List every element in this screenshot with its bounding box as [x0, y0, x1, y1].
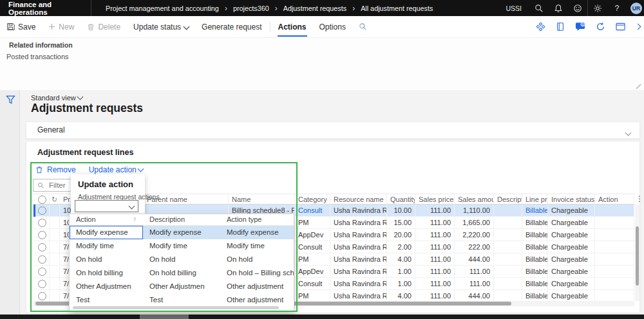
save-button[interactable]: Save [0, 16, 42, 37]
row-radio[interactable] [38, 231, 46, 239]
dropdown-option[interactable]: Test Test Other adjustment [70, 293, 294, 307]
update-status-button[interactable]: Update status [127, 16, 195, 37]
update-action-menu-button[interactable]: Update action [89, 165, 143, 174]
cell-line-property[interactable]: Billable [522, 290, 548, 301]
row-radio[interactable] [38, 243, 46, 251]
select-all-checkbox[interactable] [33, 194, 50, 204]
cell-sales-price: 111.00 [415, 290, 455, 301]
book-icon[interactable] [556, 22, 565, 32]
section-general[interactable]: General [26, 122, 640, 139]
tab-options[interactable]: Options [313, 16, 352, 37]
row-radio[interactable] [38, 292, 46, 300]
posted-transactions-link[interactable]: Posted transactions [6, 53, 69, 60]
avatar[interactable]: UR [630, 3, 642, 14]
cell-category[interactable]: AppDev [295, 229, 330, 241]
breadcrumb-page[interactable]: Adjustment requests [283, 5, 346, 12]
filter-funnel-icon[interactable] [6, 95, 15, 104]
dropdown-option[interactable]: On hold billing On hold billing On hold … [70, 266, 294, 280]
apps-grid-icon[interactable] [536, 22, 545, 32]
cell-invoice-status: Chargeable [548, 278, 595, 290]
view-selector[interactable]: Standard view [31, 94, 82, 102]
combobox-input[interactable] [75, 202, 129, 211]
cell-invoice-status: Chargeable [548, 229, 595, 241]
resize-grip[interactable] [631, 79, 641, 89]
flyout-title: Update action [78, 179, 133, 189]
cell-quantity: 4.00 [387, 290, 415, 301]
app-title[interactable]: Finance and Operations [0, 1, 91, 16]
col-line-property[interactable]: Line prope... [522, 194, 548, 204]
col-invoice-status[interactable]: Invoice status [548, 194, 595, 204]
tab-actions[interactable]: Actions [272, 16, 313, 37]
row-select [33, 205, 50, 217]
cell-line-property[interactable]: Billable [522, 266, 548, 278]
cell-action [595, 278, 634, 290]
environment-label[interactable]: USSI [506, 5, 522, 12]
dropdown-col-action-type[interactable]: Action type [220, 214, 294, 225]
chevron-down-icon[interactable] [625, 130, 632, 136]
cell-line-property[interactable]: Billable [522, 217, 548, 229]
lines-toolbar: Remove Update action [35, 165, 143, 174]
related-information-pane: Related information Posted transactions [0, 37, 644, 91]
save-icon [6, 23, 15, 31]
cell-line-property[interactable]: Billable [522, 278, 548, 290]
cell-invoice-status: Chargeable [548, 253, 595, 266]
dropdown-horizontal-scrollbar[interactable] [73, 306, 279, 309]
breadcrumb-area[interactable]: projects360 [233, 5, 269, 12]
cell-quantity: 1.00 [387, 278, 415, 290]
col-sales-amount[interactable]: Sales amount [455, 194, 494, 204]
cell-category[interactable]: PM [295, 290, 330, 301]
adjustment-request-actions-combobox[interactable] [75, 200, 138, 212]
remove-button[interactable]: Remove [47, 165, 76, 174]
row-radio[interactable] [38, 268, 46, 276]
cell-invoice-status: Chargeable [548, 266, 595, 278]
dropdown-option[interactable]: Modify expense Modify expense Modify exp… [70, 226, 294, 239]
row-radio[interactable] [38, 255, 46, 264]
col-category[interactable]: Category [295, 194, 330, 204]
help-icon[interactable]: ? [607, 0, 627, 16]
new-button[interactable]: New [42, 16, 80, 37]
vertical-scrollbar[interactable] [635, 205, 639, 301]
feedback-smiley-icon[interactable] [568, 0, 587, 16]
refresh-icon[interactable] [596, 22, 605, 32]
col-description[interactable]: Description [494, 194, 522, 204]
collapse-chevron-icon[interactable] [635, 24, 641, 30]
col-name[interactable]: Name [229, 194, 295, 204]
cell-line-property[interactable]: Billable [522, 205, 548, 217]
cell-category[interactable]: Consult [295, 241, 330, 253]
cell-line-property[interactable]: Billable [522, 253, 548, 266]
row-radio[interactable] [38, 219, 46, 227]
page-bottom-scrollbar-thumb[interactable] [140, 314, 189, 319]
messages-icon[interactable]: 0 [575, 22, 585, 32]
generate-request-button[interactable]: Generate request [195, 16, 268, 37]
breadcrumb-view[interactable]: All adjustment requests [361, 5, 433, 12]
cell-category[interactable]: Consult [295, 278, 330, 290]
dropdown-col-description[interactable]: Description [143, 214, 220, 225]
grid-overflow-menu[interactable]: ⋮ [636, 194, 643, 203]
bell-icon[interactable] [549, 0, 568, 16]
cell-category[interactable]: AppDev [295, 266, 330, 278]
col-quantity[interactable]: Quantity [387, 194, 415, 204]
row-radio[interactable] [38, 206, 46, 215]
cell-category[interactable]: PM [295, 253, 330, 266]
cell-category[interactable]: PM [295, 217, 330, 229]
col-resource-name[interactable]: Resource name [330, 194, 387, 204]
col-action[interactable]: Action [595, 194, 634, 204]
dropdown-option[interactable]: Modify time Modify time Modify time [70, 239, 294, 253]
cell-category[interactable]: Consult [295, 205, 330, 217]
cell-line-property[interactable]: Billable [522, 229, 548, 241]
dropdown-col-action[interactable]: Action ↑ [70, 214, 143, 225]
col-sales-price[interactable]: Sales price [415, 194, 455, 204]
popout-window-icon[interactable] [616, 23, 625, 31]
cell-line-property[interactable]: Billable [522, 241, 548, 253]
vertical-scrollbar-thumb[interactable] [636, 226, 639, 286]
breadcrumb-module[interactable]: Project management and accounting [106, 5, 219, 12]
dropdown-option[interactable]: On hold On hold On hold [70, 253, 294, 266]
page-bottom-scrollbar[interactable] [0, 314, 644, 319]
cell-description [494, 278, 522, 290]
search-icon[interactable] [529, 0, 549, 16]
row-radio[interactable] [38, 280, 46, 288]
command-search-button[interactable] [352, 16, 374, 37]
delete-button[interactable]: Delete [80, 16, 127, 37]
settings-gear-icon[interactable] [588, 0, 607, 16]
dropdown-option[interactable]: Other Adjustmen Other Adjustmen Other ad… [70, 280, 294, 293]
